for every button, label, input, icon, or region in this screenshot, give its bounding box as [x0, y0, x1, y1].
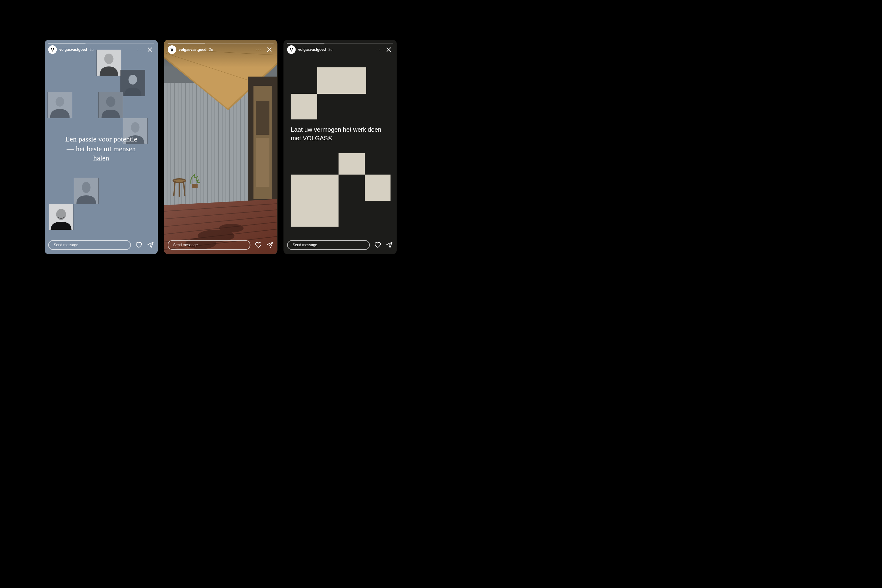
graphic-block [317, 68, 366, 93]
svg-rect-6 [98, 92, 123, 118]
story-header: V volgasvastgoed 2u ··· [48, 45, 154, 54]
story-header: V volgasvastgoed 2u ··· [287, 45, 393, 54]
story-time: 2u [209, 48, 213, 51]
story-progress [287, 43, 393, 44]
svg-rect-4 [48, 92, 72, 118]
svg-rect-45 [256, 138, 269, 187]
story-progress [168, 43, 273, 44]
story-card-3[interactable]: V volgasvastgoed 2u ··· Laat uw vermogen… [283, 40, 397, 254]
story-progress [48, 43, 154, 44]
portrait-tile [48, 92, 72, 118]
portrait-tile [74, 178, 98, 204]
story-card-1[interactable]: V volgasvastgoed 2u ··· [44, 40, 158, 254]
story-card-2[interactable]: V volgasvastgoed 2u ··· Send message [164, 40, 277, 254]
message-input[interactable]: Send message [287, 240, 370, 250]
svg-point-55 [219, 224, 243, 232]
message-input[interactable]: Send message [168, 240, 250, 250]
portrait-tile [98, 92, 123, 118]
username[interactable]: volgasvastgoed [298, 48, 326, 51]
graphic-block [291, 93, 317, 119]
graphic-block [364, 175, 390, 201]
graphic-block [338, 153, 364, 175]
svg-rect-61 [192, 184, 198, 188]
close-icon[interactable] [265, 45, 273, 54]
message-input[interactable]: Send message [48, 240, 131, 250]
portrait-tile [49, 204, 73, 230]
svg-point-11 [81, 182, 90, 193]
story-headline: Laat uw vermogen het werk doen met VOLGA… [291, 126, 382, 142]
story-footer: Send message [48, 240, 154, 250]
avatar[interactable]: V [168, 45, 176, 54]
story-footer: Send message [168, 240, 273, 250]
more-icon[interactable]: ··· [255, 45, 262, 54]
story-mockups-row: V volgasvastgoed 2u ··· [44, 40, 397, 254]
heart-icon[interactable] [255, 242, 262, 249]
username[interactable]: volgasvastgoed [59, 48, 87, 51]
architecture-photo [164, 40, 277, 254]
graphic-block [291, 175, 338, 226]
svg-point-9 [130, 122, 139, 132]
svg-rect-2 [120, 70, 145, 96]
username[interactable]: volgasvastgoed [178, 48, 206, 51]
avatar[interactable]: V [48, 45, 57, 54]
more-icon[interactable]: ··· [374, 45, 382, 54]
heart-icon[interactable] [135, 242, 142, 249]
send-icon[interactable] [386, 242, 393, 249]
more-icon[interactable]: ··· [135, 45, 143, 54]
svg-point-3 [128, 75, 137, 84]
svg-point-7 [106, 96, 115, 107]
heart-icon[interactable] [374, 242, 381, 249]
story-time: 2u [328, 48, 332, 51]
story-footer: Send message [287, 240, 393, 250]
svg-rect-10 [74, 178, 98, 204]
close-icon[interactable] [146, 45, 154, 54]
story-time: 2u [89, 48, 93, 51]
story-headline: Een passie voor potentie — het beste uit… [61, 135, 141, 164]
story-header: V volgasvastgoed 2u ··· [168, 45, 273, 54]
close-icon[interactable] [384, 45, 393, 54]
avatar[interactable]: V [287, 45, 296, 54]
svg-rect-44 [256, 101, 269, 135]
portrait-tile [120, 70, 145, 96]
send-icon[interactable] [266, 242, 273, 249]
send-icon[interactable] [147, 242, 154, 249]
svg-point-5 [56, 97, 64, 106]
